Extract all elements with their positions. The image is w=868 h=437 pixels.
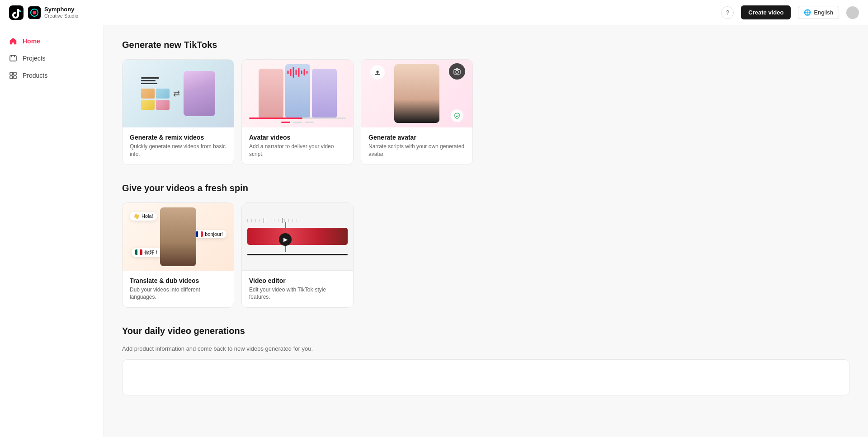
thumb-line-1 <box>141 77 159 79</box>
svg-point-10 <box>456 70 458 73</box>
lang-badge-bonjour: bonjour! <box>192 230 226 238</box>
language-button[interactable]: 🌐 English <box>798 6 839 19</box>
editor-card-desc: Edit your video with TikTok-style featur… <box>249 286 346 301</box>
remix-thumb-right <box>184 71 215 116</box>
generate-section-title: Generate new TikToks <box>122 40 850 50</box>
remix-card-content: Generate & remix videos Quickly generate… <box>123 127 234 164</box>
projects-icon <box>9 54 17 62</box>
slider-container <box>249 117 346 123</box>
header-right: ? Create video 🌐 English <box>721 5 859 19</box>
gen-avatar-person <box>394 64 439 123</box>
svg-rect-6 <box>14 72 16 75</box>
fresh-spin-cards-grid: 👋 Hola! bonjour! 你好！ Transla <box>122 202 850 308</box>
sound-bar-8 <box>307 71 308 74</box>
tick-6 <box>270 219 270 222</box>
daily-card <box>122 359 850 395</box>
svg-rect-8 <box>14 76 16 79</box>
lang-badge-nihao: 你好！ <box>132 248 163 257</box>
products-icon <box>9 71 17 80</box>
tick-5 <box>266 219 266 222</box>
shuffle-icon: ⇄ <box>173 89 180 99</box>
wave-emoji: 👋 <box>133 213 140 219</box>
create-video-button[interactable]: Create video <box>741 5 791 19</box>
gen-avatar-card-title: Generate avatar <box>368 134 465 141</box>
sound-bar-7 <box>304 69 305 75</box>
timeline-clip <box>247 228 348 245</box>
sound-bar-3 <box>293 67 294 78</box>
translate-card-title: Translate & dub videos <box>130 277 226 284</box>
tick-12 <box>297 219 297 222</box>
camera-icon <box>449 63 465 80</box>
gen-avatar-card-content: Generate avatar Narrate scripts with you… <box>361 127 472 164</box>
main-content: Generate new TikToks <box>104 25 868 437</box>
generate-section: Generate new TikToks <box>122 40 850 165</box>
avatar-card-content: Avatar videos Add a narrator to deliver … <box>242 127 353 164</box>
tick-11 <box>292 219 293 222</box>
sidebar-item-products[interactable]: Products <box>0 67 104 84</box>
play-button-icon[interactable]: ▶ <box>279 233 292 246</box>
sidebar-item-home[interactable]: Home <box>0 33 104 50</box>
tick-3 <box>255 219 256 222</box>
remix-thumbnail: ⇄ <box>123 60 234 127</box>
timeline-clip-area: ▶ <box>247 228 348 251</box>
slider-dot-2 <box>293 122 302 123</box>
avatar-videos-card[interactable]: Avatar videos Add a narrator to deliver … <box>241 59 354 165</box>
timeline-ruler <box>247 218 348 225</box>
sidebar-item-projects-label: Projects <box>23 55 46 62</box>
slider-fill <box>249 117 302 119</box>
header: Symphony Creative Studio ? Create video … <box>0 0 868 25</box>
sound-bar-4 <box>296 70 297 75</box>
upload-icon <box>370 65 385 80</box>
generate-avatar-card[interactable]: Generate avatar Narrate scripts with you… <box>361 59 473 165</box>
tick-8 <box>278 219 278 222</box>
sound-bar-6 <box>301 70 302 74</box>
svg-point-3 <box>33 11 36 14</box>
tick-major-2 <box>282 218 283 223</box>
help-button[interactable]: ? <box>721 6 734 19</box>
thumb-photo-2 <box>156 89 170 99</box>
translate-thumbnail: 👋 Hola! bonjour! 你好！ <box>123 203 234 271</box>
daily-section-subtitle: Add product information and come back to… <box>122 345 850 352</box>
lang-badge-hola: 👋 Hola! <box>130 212 157 221</box>
svg-rect-4 <box>10 56 16 61</box>
tiktok-logo <box>9 5 24 20</box>
thumb-photos <box>141 89 170 110</box>
slider-dot-active <box>281 122 290 123</box>
daily-section-title: Your daily video generations <box>122 326 850 336</box>
user-avatar[interactable] <box>846 6 859 19</box>
editor-card[interactable]: ▶ Video editor Edit your video with TikT… <box>241 202 354 308</box>
translate-card[interactable]: 👋 Hola! bonjour! 你好！ Transla <box>122 202 234 308</box>
sound-bar-5 <box>298 68 300 77</box>
globe-icon: 🌐 <box>804 9 811 16</box>
remix-card[interactable]: ⇄ Generate & remix videos Quickly genera… <box>122 59 234 165</box>
translate-card-desc: Dub your videos into different languages… <box>130 286 226 301</box>
avatar-card-title: Avatar videos <box>249 134 346 141</box>
daily-section: Your daily video generations Add product… <box>122 326 850 395</box>
remix-thumb-left <box>141 77 170 110</box>
language-label: English <box>814 9 833 16</box>
app-layout: Home Projects Products <box>0 25 868 437</box>
studio-subtitle: Creative Studio <box>44 13 78 19</box>
header-left: Symphony Creative Studio <box>9 5 78 20</box>
thumb-line-2 <box>141 80 156 81</box>
remix-thumb-content: ⇄ <box>141 71 215 116</box>
hola-text: Hola! <box>142 213 153 219</box>
progress-bar <box>247 254 348 255</box>
tick-major <box>264 218 264 223</box>
shield-check-icon <box>451 109 463 122</box>
thumb-lines <box>141 77 170 84</box>
fresh-spin-title: Give your videos a fresh spin <box>122 183 850 193</box>
sidebar: Home Projects Products <box>0 25 104 437</box>
home-icon <box>9 37 17 45</box>
slider-dots <box>249 122 346 123</box>
tick-7 <box>274 219 274 222</box>
sidebar-item-projects[interactable]: Projects <box>0 50 104 67</box>
thumb-photo-3 <box>141 100 155 110</box>
avatar-person-3 <box>312 69 337 118</box>
thumb-photo-4 <box>156 100 170 110</box>
remix-card-title: Generate & remix videos <box>130 134 226 141</box>
tick-2 <box>251 219 252 222</box>
sound-bar-1 <box>288 70 289 74</box>
tick-1 <box>247 219 248 222</box>
avatar-thumbnail <box>242 60 353 127</box>
